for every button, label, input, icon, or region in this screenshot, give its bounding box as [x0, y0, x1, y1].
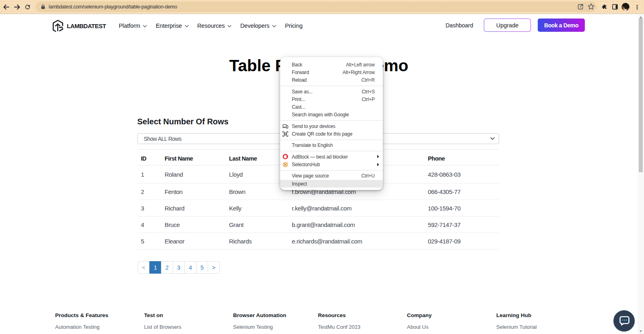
nav-item-resources[interactable]: Resources [197, 21, 231, 30]
browser-toolbar: lambdatest.com/selenium-playground/table… [0, 0, 644, 14]
footer-link[interactable]: About Us [407, 324, 432, 330]
footer-link[interactable]: TestMu Conf 2023 [318, 324, 361, 330]
footer-col-browser-automation: Browser Automation Selenium Testing [233, 312, 286, 330]
menu-item-reload[interactable]: ReloadCtrl+R [280, 76, 383, 84]
pagination-prev-button[interactable]: < [138, 261, 150, 274]
table-row: 3 Richard Kelly r.kelly@randatmail.com 1… [137, 200, 499, 216]
footer-col-test-on: Test on List of Browsers [144, 312, 181, 330]
menu-separator [280, 120, 383, 121]
lambdatest-logo-mark [52, 20, 64, 32]
footer-col-resources: Resources TestMu Conf 2023 [318, 312, 361, 330]
context-menu: BackAlt+Left arrow ForwardAlt+Right Arro… [280, 57, 383, 190]
menu-item-inspect[interactable]: Inspect [280, 180, 383, 188]
address-bar[interactable]: lambdatest.com/selenium-playground/table… [35, 2, 597, 12]
dashboard-link[interactable]: Dashboard [446, 22, 473, 29]
menu-item-translate[interactable]: Translate to English [280, 142, 383, 149]
menu-separator [280, 140, 383, 140]
book-a-demo-button[interactable]: Book a Demo [538, 19, 585, 32]
menu-item-save-as[interactable]: Save as...Ctrl+S [280, 88, 383, 95]
menu-item-selectorshub[interactable]: SelectorsHub [280, 161, 383, 168]
nav-item-enterprise[interactable]: Enterprise [156, 21, 189, 30]
menu-item-search-images[interactable]: Search images with Google [280, 111, 383, 119]
lambdatest-logo-text: LAMBDATEST [67, 23, 106, 29]
footer-link[interactable]: List of Browsers [144, 324, 181, 330]
browser-reload-icon[interactable] [24, 4, 31, 10]
footer-col-products: Products & Features Automation Testing [55, 312, 108, 330]
menu-separator [280, 170, 383, 171]
pagination-page-5[interactable]: 5 [196, 261, 208, 274]
footer-link[interactable]: Automation Testing [55, 324, 108, 330]
url-text: lambdatest.com/selenium-playground/table… [49, 4, 177, 10]
pagination-page-4[interactable]: 4 [184, 261, 196, 274]
adblock-icon [283, 154, 288, 159]
submenu-arrow-icon [377, 155, 379, 158]
chevron-down-icon [143, 25, 147, 27]
bookmark-star-icon[interactable] [587, 3, 595, 10]
chevron-down-icon [272, 25, 276, 27]
menu-item-send-to-devices[interactable]: Send to your devices [280, 122, 383, 130]
lambdatest-logo[interactable]: LAMBDATEST [52, 20, 106, 32]
pagination-page-3[interactable]: 3 [173, 261, 185, 274]
menu-item-view-page-source[interactable]: View page sourceCtrl+U [280, 172, 383, 180]
header-phone: Phone [428, 155, 445, 162]
pagination: < 1 2 3 4 5 > [138, 261, 220, 274]
upgrade-button[interactable]: Upgrade [484, 19, 531, 32]
menu-item-back[interactable]: BackAlt+Left arrow [280, 61, 383, 68]
scrollbar-down-arrow-icon[interactable] [640, 330, 642, 332]
footer-col-company: Company About Us [407, 312, 432, 330]
header-last-name: Last Name [229, 155, 257, 162]
profile-avatar[interactable] [621, 3, 630, 11]
nav-item-platform[interactable]: Platform [119, 21, 147, 30]
lock-icon [41, 4, 45, 9]
menu-item-create-qr-code[interactable]: Create QR code for this page [280, 130, 383, 138]
pagination-page-2[interactable]: 2 [161, 261, 173, 274]
menu-item-adblock[interactable]: AdBlock — best ad blocker [280, 153, 383, 161]
chevron-down-icon [227, 25, 231, 27]
section-heading: Select Number Of Rows [137, 117, 229, 126]
menu-separator [280, 151, 383, 151]
page-scrollbar[interactable] [638, 14, 644, 334]
pagination-next-button[interactable]: > [208, 261, 220, 274]
extensions-icon[interactable] [602, 4, 607, 10]
table-row: 4 Bruce Grant b.grant@randatmail.com 592… [137, 216, 499, 233]
nav-item-pricing[interactable]: Pricing [285, 21, 303, 30]
chevron-down-icon [185, 25, 189, 27]
qr-code-icon [283, 131, 288, 137]
select-chevron-icon [490, 137, 495, 140]
browser-forward-icon[interactable] [14, 4, 21, 10]
menu-item-forward[interactable]: ForwardAlt+Right Arrow [280, 68, 383, 76]
chat-widget-button[interactable] [613, 310, 635, 332]
send-to-devices-icon [283, 124, 288, 129]
footer-link[interactable]: Selenium Tutorial [496, 324, 537, 330]
header-first-name: First Name [165, 155, 193, 162]
footer-col-learning-hub: Learning Hub Selenium Tutorial [496, 312, 537, 330]
browser-back-icon[interactable] [3, 4, 10, 10]
menu-item-cast[interactable]: Cast... [280, 103, 383, 111]
footer-link[interactable]: Selenium Testing [233, 324, 286, 330]
scrollbar-thumb[interactable] [639, 18, 643, 172]
selectorshub-icon [283, 162, 288, 167]
share-icon[interactable] [577, 3, 584, 10]
menu-separator [280, 86, 383, 86]
pagination-page-1[interactable]: 1 [149, 261, 161, 274]
nav-item-developers[interactable]: Developers [240, 21, 276, 30]
side-panel-icon[interactable] [612, 4, 618, 10]
chat-bubble-icon [618, 315, 630, 327]
header-id: ID [141, 155, 147, 162]
menu-item-print[interactable]: Print...Ctrl+P [280, 95, 383, 103]
table-row: 5 Eleanor Richards e.richards@randatmail… [137, 233, 499, 249]
submenu-arrow-icon [377, 163, 379, 166]
browser-menu-dots-icon[interactable] [635, 5, 639, 10]
